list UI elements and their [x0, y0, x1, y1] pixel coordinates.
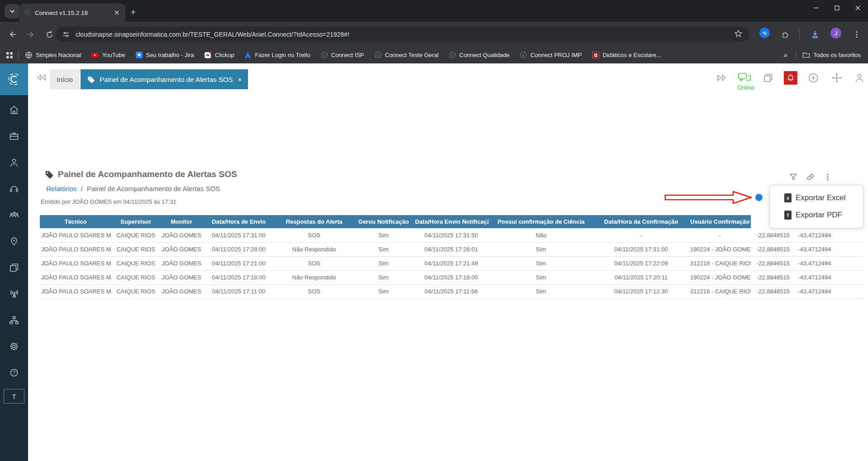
reload-button[interactable]: [43, 29, 55, 40]
table-cell: 312218 - CAIQUE RIOS: [689, 256, 751, 270]
close-window-button[interactable]: [847, 0, 868, 15]
browser-menu-icon[interactable]: [851, 29, 863, 40]
bookmark-item[interactable]: Clickup: [204, 51, 234, 59]
maximize-button[interactable]: [826, 0, 847, 15]
bookmark-item[interactable]: cConnect ISP: [320, 51, 364, 59]
bookmark-item[interactable]: YouTube: [91, 51, 125, 59]
table-cell: Sim: [489, 270, 593, 284]
header-cell[interactable]: Técnico: [40, 215, 111, 228]
bookmark-item[interactable]: cConnect PROJ IMP: [520, 51, 582, 59]
table-row[interactable]: JOÃO PAULO SOARES MARTINSCAIQUE RIOSJOÃO…: [40, 270, 863, 284]
tab-inicio[interactable]: Início: [50, 69, 80, 89]
tab-painel-alertas-sos[interactable]: Painel de Acompanhamento de Alertas SOS …: [81, 69, 248, 89]
table-cell: JOÃO PAULO SOARES MARTINS: [40, 270, 111, 284]
header-cell[interactable]: Possui confirmação de Ciência: [489, 215, 593, 228]
fast-forward-icon[interactable]: [715, 71, 729, 85]
terminal-button[interactable]: T: [4, 389, 24, 403]
sidebar-item-broadcast[interactable]: [9, 288, 20, 299]
browser-tab[interactable]: c Connect v1.15.2.18 ✕: [19, 4, 125, 22]
header-cell[interactable]: Data/Hora Envio Notificação: [414, 215, 489, 228]
export-pdf-item[interactable]: f Exportar PDF: [784, 208, 863, 222]
back-button[interactable]: [6, 29, 18, 40]
table-row[interactable]: JOÃO PAULO SOARES MARTINSCAIQUE RIOSJOÃO…: [40, 228, 863, 242]
address-bar[interactable]: cloudsinapse.sinapseinformatica.com.br/T…: [56, 27, 749, 42]
connect-app: ? T Início Painel de Acompanhamento de A…: [0, 63, 868, 461]
bookmark-item[interactable]: cConnect Teste Geral: [374, 51, 439, 59]
table-kebab-menu-icon[interactable]: [822, 171, 834, 183]
table-cell: 04/11/2025 17:28:01: [414, 242, 489, 256]
table-cell: Sim: [353, 284, 414, 298]
collapse-tabs-icon[interactable]: [35, 72, 47, 85]
add-circle-icon[interactable]: [806, 71, 820, 85]
excel-file-icon: x: [784, 193, 792, 202]
user-profile-icon[interactable]: [853, 71, 866, 85]
table-cell: SOS: [275, 284, 353, 298]
sidebar-item-home[interactable]: [9, 104, 20, 115]
breadcrumb-relatorios-link[interactable]: Relatórios: [46, 185, 77, 192]
filter-funnel-icon[interactable]: [787, 171, 799, 183]
chat-online-icon[interactable]: [738, 71, 751, 85]
close-app-tab-icon[interactable]: ×: [238, 76, 242, 83]
profile-avatar[interactable]: J: [830, 28, 841, 38]
sidebar-item-headset[interactable]: [9, 183, 20, 194]
table-cell: 04/11/2025 17:28:00: [203, 242, 275, 256]
export-excel-item[interactable]: x Exportar Excel: [784, 191, 863, 205]
table-cell: -22,8846515: [751, 242, 796, 256]
bookmark-item[interactable]: Fazer Login no Trello: [244, 51, 310, 59]
header-cell[interactable]: Usuário Confirmação: [689, 215, 751, 228]
move-arrows-icon[interactable]: [830, 71, 844, 85]
emitted-by-line: Emitido por JOÃO GOMES em 04/11/2025 às …: [41, 198, 176, 205]
app-logo[interactable]: [0, 63, 28, 95]
apps-grid-icon[interactable]: [5, 51, 14, 59]
table-cell: JOÃO GOMES: [160, 284, 203, 298]
site-settings-icon[interactable]: [62, 30, 70, 38]
sidebar-item-network[interactable]: [9, 314, 20, 326]
folder-icon: [802, 51, 810, 59]
sidebar-item-briefcase[interactable]: [9, 130, 20, 142]
header-cell[interactable]: Gerou Notificação: [353, 215, 414, 228]
header-cell[interactable]: Monitor: [160, 215, 203, 228]
table-row[interactable]: JOÃO PAULO SOARES MARTINSCAIQUE RIOSJOÃO…: [40, 256, 863, 270]
forward-button[interactable]: [25, 29, 37, 40]
table-row[interactable]: JOÃO PAULO SOARES MARTINSCAIQUE RIOSJOÃO…: [40, 242, 863, 256]
table-cell: -43,4712494: [796, 284, 834, 298]
toolbar-divider: [799, 29, 800, 39]
header-cell[interactable]: Data/Hora de Envio: [203, 215, 275, 228]
bookmark-item[interactable]: Seu trabalho - Jira: [135, 51, 194, 59]
table-row[interactable]: JOÃO PAULO SOARES MARTINSCAIQUE RIOSJOÃO…: [40, 284, 863, 298]
bookmark-star-icon[interactable]: [734, 29, 743, 40]
new-tab-button[interactable]: +: [130, 7, 136, 17]
table-cell: [834, 270, 863, 284]
bookmark-item[interactable]: Simples Nacional: [25, 51, 81, 59]
sidebar-item-settings[interactable]: [9, 341, 20, 352]
tab-list-button[interactable]: [5, 4, 20, 19]
bookmark-label: Simples Nacional: [36, 52, 81, 58]
sidebar-item-pages[interactable]: [9, 262, 20, 273]
sidebar-item-help[interactable]: ?: [9, 367, 20, 378]
tab-close-icon[interactable]: ✕: [113, 9, 121, 17]
header-cell[interactable]: Data/Hora da Confirmação: [593, 215, 689, 228]
header-cell[interactable]: Respostas do Alerta: [275, 215, 353, 228]
downloads-icon[interactable]: [809, 29, 821, 40]
minimize-button[interactable]: [806, 0, 826, 15]
tag-icon-title: [44, 169, 54, 179]
svg-text:c: c: [377, 53, 379, 58]
extensions-puzzle-icon[interactable]: [779, 29, 791, 40]
extension-icon-blue[interactable]: IQ: [759, 28, 770, 38]
sidebar-item-team[interactable]: [9, 209, 20, 221]
alerts-bell-icon[interactable]: [784, 71, 797, 85]
duplicate-window-icon[interactable]: [761, 71, 775, 85]
sidebar-item-user[interactable]: [9, 157, 20, 168]
clear-filter-eraser-icon[interactable]: [805, 171, 816, 183]
table-cell: JOÃO PAULO SOARES MARTINS: [40, 256, 111, 270]
table-cell: Sim: [353, 270, 414, 284]
table-cell: Sim: [489, 284, 593, 298]
sidebar-item-location[interactable]: [9, 235, 20, 247]
tab-title: Connect v1.15.2.18: [35, 10, 88, 16]
bookmark-item[interactable]: cConnect Qualidade: [448, 51, 510, 59]
header-cell[interactable]: Supervisor: [111, 215, 160, 228]
all-favorites-item[interactable]: Todos os favoritos: [802, 51, 861, 59]
bookmark-item[interactable]: BDidáticos e Escolare...: [592, 51, 661, 59]
bookmarks-overflow-chevron[interactable]: »: [783, 51, 787, 60]
bookmark-label: Seu trabalho - Jira: [146, 52, 194, 58]
